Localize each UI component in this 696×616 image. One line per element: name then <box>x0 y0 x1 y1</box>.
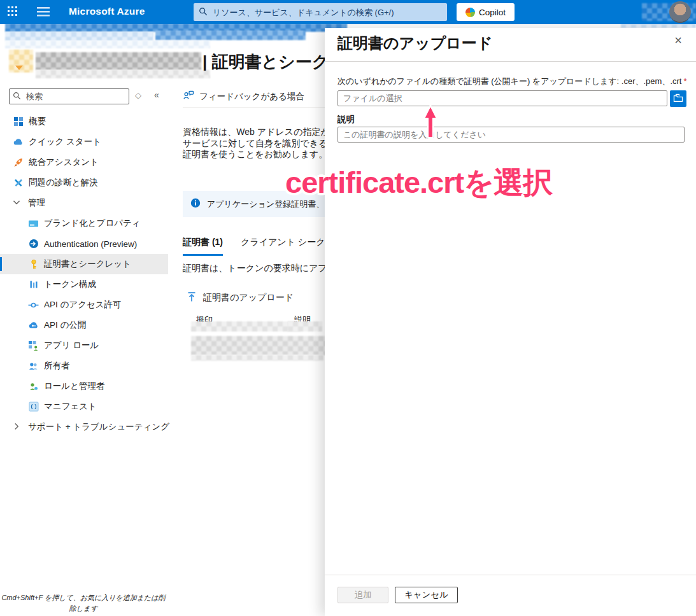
sidebar-item-diagnose-solve[interactable]: 問題の診断と解決 <box>0 172 168 193</box>
panel-title: 証明書のアップロード <box>337 33 492 53</box>
sidebar-item-authentication[interactable]: Authentication (Preview) <box>0 234 168 254</box>
sidebar-group-manage[interactable]: 管理 <box>0 193 168 213</box>
annotation-select-certificate-text: certificate.crtを選択 <box>285 163 552 203</box>
brand-title[interactable]: Microsoft Azure <box>69 6 145 17</box>
owners-icon <box>28 361 39 372</box>
upload-certificate-panel: 証明書のアップロード × 次のいずれかのファイルの種類で証明書 (公開キー) を… <box>325 28 696 616</box>
manifest-icon <box>28 402 39 412</box>
certificate-file-input[interactable] <box>337 90 667 106</box>
authentication-icon <box>28 239 39 249</box>
favorites-shortcut-hint: Cmd+Shift+F を押して、お気に入りを追加または削除します <box>1 592 166 613</box>
app-roles-icon <box>28 340 39 351</box>
sidebar-item-label: 証明書とシークレット <box>44 258 131 270</box>
table-cell-redacted <box>288 321 322 332</box>
sidebar-item-expose-api[interactable]: API の公開 <box>0 315 168 335</box>
add-button[interactable]: 追加 <box>337 587 388 603</box>
api-permission-icon <box>28 300 39 311</box>
upload-icon <box>187 291 197 304</box>
sidebar-group-support-troubleshooting[interactable]: サポート + トラブルシューティング <box>0 417 168 437</box>
sidebar-item-quickstart[interactable]: クイック スタート <box>0 132 168 152</box>
app-subtitle-redacted <box>36 70 210 78</box>
sidebar-item-overview[interactable]: 概要 <box>0 111 168 132</box>
table-row-redacted <box>191 336 329 355</box>
favorite-caret-icon <box>15 66 23 70</box>
key-icon <box>28 259 39 270</box>
token-bars-icon <box>28 279 39 290</box>
sidebar-item-label: ブランド化とプロパティ <box>44 218 141 229</box>
certificate-description-input[interactable] <box>337 127 685 143</box>
sidebar-item-label: 所有者 <box>44 360 70 372</box>
hamburger-menu-icon[interactable] <box>37 7 50 19</box>
overview-grid-icon <box>13 116 24 127</box>
sidebar-item-label: ロールと管理者 <box>44 381 104 392</box>
sidebar-item-label: トークン構成 <box>44 279 96 290</box>
roles-admins-icon <box>28 381 39 392</box>
tools-icon <box>13 178 24 188</box>
copilot-button[interactable]: Copilot <box>457 3 515 21</box>
breadcrumb-redacted <box>155 31 306 40</box>
tab-certificates[interactable]: 証明書 (1) <box>183 237 223 256</box>
feedback-label: フィードバックがある場合 <box>199 91 304 102</box>
sidebar-item-label: 概要 <box>29 116 46 127</box>
divider <box>325 61 696 62</box>
upload-link-label: 証明書のアップロード <box>203 292 294 304</box>
required-asterisk: * <box>683 76 686 86</box>
sidebar-item-label: アプリ ロール <box>44 340 99 351</box>
sidebar-item-token-configuration[interactable]: トークン構成 <box>0 274 168 295</box>
sidebar-item-certificates-secrets[interactable]: 証明書とシークレット <box>0 254 168 274</box>
sidebar-item-label: マニフェスト <box>44 401 97 412</box>
browse-file-button[interactable] <box>670 90 686 107</box>
table-row-redacted <box>191 355 323 361</box>
global-search-input[interactable] <box>194 3 447 21</box>
description-label: 説明 <box>337 114 355 125</box>
folder-icon <box>673 94 683 104</box>
sidebar-menu: 概要 クイック スタート 統合アシスタント 問題の診断と解決 管理 ブランド化と… <box>0 111 168 437</box>
avatar[interactable] <box>669 1 691 23</box>
sidebar-item-label: 問題の診断と解決 <box>29 177 98 188</box>
upload-certificate-button[interactable]: 証明書のアップロード <box>187 291 294 304</box>
sidebar-item-owners[interactable]: 所有者 <box>0 356 168 376</box>
tab-bar: 証明書 (1) クライアント シークレッ <box>183 237 343 256</box>
sidebar-item-label: クイック スタート <box>29 136 101 148</box>
sidebar-item-integration-assistant[interactable]: 統合アシスタント <box>0 152 168 172</box>
top-bar: Microsoft Azure Copilot <box>0 0 696 24</box>
sidebar-item-branding[interactable]: ブランド化とプロパティ <box>0 213 168 234</box>
file-types-label: 次のいずれかのファイルの種類で証明書 (公開キー) をアップロードします: .c… <box>337 76 687 87</box>
copilot-icon <box>465 8 475 17</box>
chevron-right-icon <box>13 423 20 432</box>
divider <box>325 575 696 575</box>
sidebar-nav: ◇ « 概要 クイック スタート 統合アシスタント 問題の診断と解決 管理 <box>0 84 168 616</box>
search-icon <box>13 92 21 102</box>
app-name-redacted <box>36 52 201 70</box>
sidebar-item-roles-administrators[interactable]: ロールと管理者 <box>0 376 168 396</box>
sidebar-item-label: API のアクセス許可 <box>44 299 122 311</box>
quickstart-cloud-icon <box>13 137 24 148</box>
sidebar-item-api-permissions[interactable]: API のアクセス許可 <box>0 295 168 315</box>
sidebar-search-input[interactable] <box>9 88 129 104</box>
azure-portal: Microsoft Azure Copilot | 証明書とシークレット ◇ « <box>0 0 696 616</box>
sidebar-item-app-roles[interactable]: アプリ ロール <box>0 335 168 356</box>
cancel-button[interactable]: キャンセル <box>395 587 458 603</box>
close-icon[interactable]: × <box>674 33 682 48</box>
breadcrumb-redacted <box>5 41 210 48</box>
sidebar-group-label: 管理 <box>28 197 45 209</box>
feedback-link[interactable]: フィードバックがある場合 <box>183 90 304 102</box>
search-icon <box>199 7 208 18</box>
divider <box>183 108 325 108</box>
feedback-icon <box>183 90 194 102</box>
collapse-sidebar-icon[interactable]: « <box>154 90 159 100</box>
breadcrumb-redacted <box>5 32 153 41</box>
annotation-arrow-up-icon <box>422 104 439 139</box>
sidebar-group-label: サポート + トラブルシューティング <box>28 421 169 433</box>
sidebar-item-label: 統合アシスタント <box>29 157 99 168</box>
sidebar-item-label: Authentication (Preview) <box>44 239 137 249</box>
rocket-icon <box>13 157 24 168</box>
api-cloud-icon <box>28 320 39 331</box>
waffle-menu-icon[interactable] <box>8 6 18 19</box>
chevron-down-icon <box>13 199 20 208</box>
copilot-label: Copilot <box>479 8 506 17</box>
sidebar-item-manifest[interactable]: マニフェスト <box>0 396 168 417</box>
info-icon <box>190 198 201 210</box>
sidebar-item-label: API の公開 <box>44 319 86 331</box>
favorite-toggle-icon[interactable]: ◇ <box>135 90 141 100</box>
